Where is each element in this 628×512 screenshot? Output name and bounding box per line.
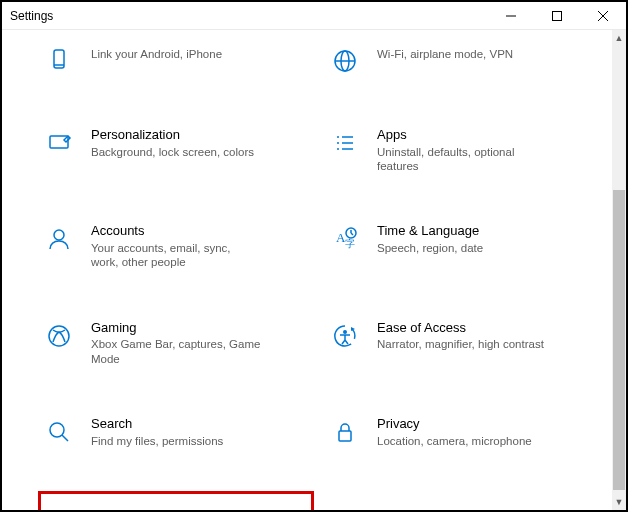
scroll-up-arrow[interactable]: ▲ — [612, 30, 626, 46]
titlebar: Settings — [2, 2, 626, 30]
category-desc: Speech, region, date — [377, 241, 483, 255]
category-desc: Your accounts, email, sync, work, other … — [91, 241, 261, 270]
category-network[interactable]: Wi-Fi, airplane mode, VPN — [324, 38, 600, 84]
category-accounts[interactable]: Accounts Your accounts, email, sync, wor… — [38, 216, 314, 276]
category-desc: Uninstall, defaults, optional features — [377, 145, 547, 174]
category-apps[interactable]: Apps Uninstall, defaults, optional featu… — [324, 120, 600, 180]
svg-text:字: 字 — [345, 238, 355, 249]
category-update-security[interactable]: Update & Security Windows Update, recove… — [38, 491, 314, 510]
svg-rect-27 — [339, 431, 351, 441]
close-button[interactable] — [580, 2, 626, 30]
scroll-thumb[interactable] — [613, 190, 625, 490]
search-icon — [43, 416, 75, 448]
category-desc: Xbox Game Bar, captures, Game Mode — [91, 337, 261, 366]
scrollbar[interactable]: ▲ ▼ — [612, 30, 626, 510]
svg-rect-1 — [553, 11, 562, 20]
settings-grid: Link your Android, iPhone Wi-Fi, airplan… — [2, 30, 612, 510]
svg-line-26 — [62, 435, 68, 441]
category-title: Apps — [377, 127, 547, 143]
phone-icon — [43, 45, 75, 77]
window-title: Settings — [10, 9, 53, 23]
person-icon — [43, 223, 75, 255]
globe-icon — [329, 45, 361, 77]
category-desc: Find my files, permissions — [91, 434, 223, 448]
time-language-icon: A字 — [329, 223, 361, 255]
paintbrush-icon — [43, 127, 75, 159]
minimize-button[interactable] — [488, 2, 534, 30]
apps-list-icon — [329, 127, 361, 159]
category-title: Search — [91, 416, 223, 432]
category-phone[interactable]: Link your Android, iPhone — [38, 38, 314, 84]
category-title: Privacy — [377, 416, 532, 432]
category-desc: Wi-Fi, airplane mode, VPN — [377, 47, 513, 61]
category-desc: Link your Android, iPhone — [91, 47, 222, 61]
category-search[interactable]: Search Find my files, permissions — [38, 409, 314, 455]
lock-icon — [329, 416, 361, 448]
category-ease-of-access[interactable]: Ease of Access Narrator, magnifier, high… — [324, 313, 600, 373]
category-title: Ease of Access — [377, 320, 544, 336]
category-personalization[interactable]: Personalization Background, lock screen,… — [38, 120, 314, 180]
category-title: Time & Language — [377, 223, 483, 239]
category-desc: Narrator, magnifier, high contrast — [377, 337, 544, 351]
category-desc: Background, lock screen, colors — [91, 145, 254, 159]
category-title: Personalization — [91, 127, 254, 143]
settings-content: Link your Android, iPhone Wi-Fi, airplan… — [2, 30, 612, 510]
category-privacy[interactable]: Privacy Location, camera, microphone — [324, 409, 600, 455]
category-title: Gaming — [91, 320, 261, 336]
svg-line-21 — [351, 233, 353, 235]
ease-of-access-icon — [329, 320, 361, 352]
category-time-language[interactable]: A字 Time & Language Speech, region, date — [324, 216, 600, 276]
svg-point-25 — [50, 423, 64, 437]
maximize-button[interactable] — [534, 2, 580, 30]
category-title: Accounts — [91, 223, 261, 239]
category-desc: Location, camera, microphone — [377, 434, 532, 448]
svg-point-16 — [54, 230, 64, 240]
xbox-icon — [43, 320, 75, 352]
svg-point-24 — [343, 330, 347, 334]
scroll-down-arrow[interactable]: ▼ — [612, 494, 626, 510]
category-gaming[interactable]: Gaming Xbox Game Bar, captures, Game Mod… — [38, 313, 314, 373]
svg-point-22 — [49, 326, 69, 346]
